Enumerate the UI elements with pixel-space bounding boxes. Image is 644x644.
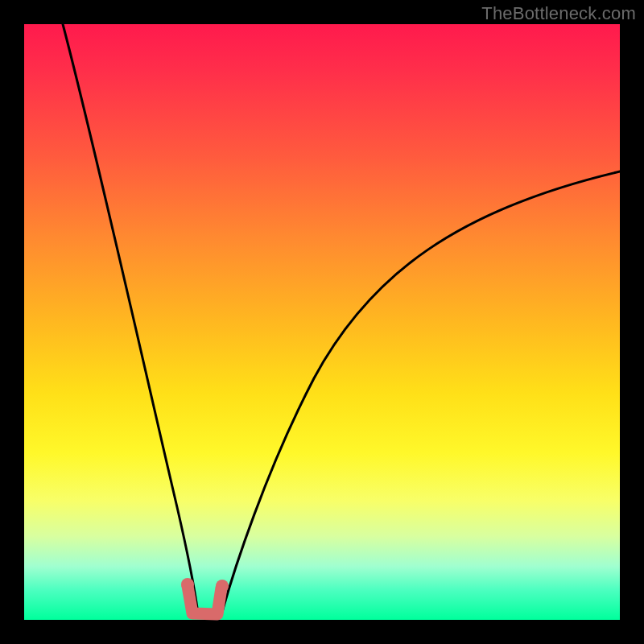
optimal-range-marker xyxy=(188,586,221,614)
marker-dot-left xyxy=(181,578,194,591)
bottleneck-curve-svg xyxy=(24,24,620,620)
marker-dot-right xyxy=(216,580,229,592)
curve-right-branch xyxy=(222,171,620,612)
watermark-text: TheBottleneck.com xyxy=(481,3,636,24)
curve-left-branch xyxy=(63,24,198,613)
